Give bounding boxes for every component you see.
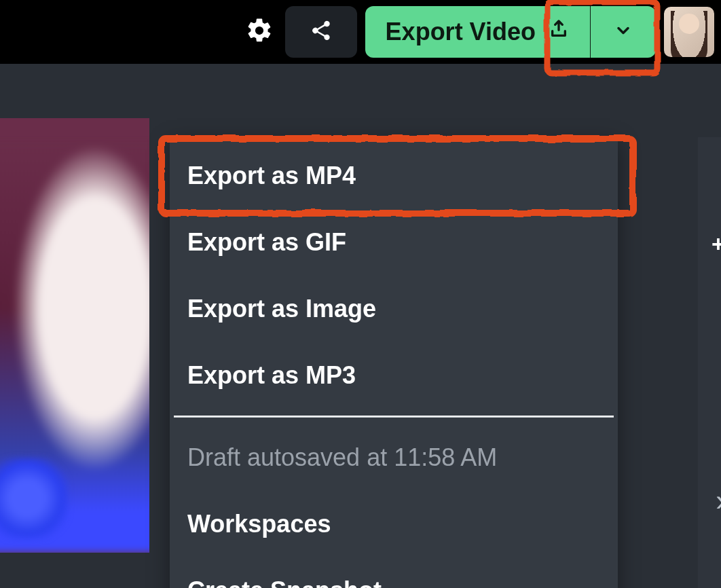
export-dropdown-menu: Export as MP4 Export as GIF Export as Im… [170,136,618,588]
export-video-button[interactable]: Export Video [365,6,591,58]
video-preview [0,118,149,553]
user-avatar[interactable] [664,7,714,57]
export-icon [548,18,570,46]
right-panel-edge: + › [698,137,721,588]
share-button[interactable] [285,6,357,58]
export-button-group: Export Video [365,6,656,58]
share-icon [310,19,333,45]
gear-icon [245,16,274,48]
export-dropdown-toggle[interactable] [591,6,656,58]
settings-button[interactable] [242,14,277,50]
export-label: Export Video [386,18,536,46]
topbar: Export Video [0,0,721,64]
menu-export-image[interactable]: Export as Image [170,276,618,342]
menu-workspaces[interactable]: Workspaces [170,491,618,557]
menu-export-gif[interactable]: Export as GIF [170,209,618,276]
chevron-down-icon [614,21,633,43]
menu-create-snapshot[interactable]: Create Snapshot [170,557,618,588]
menu-export-mp3[interactable]: Export as MP3 [170,342,618,409]
main-area: + › BACKGROUND COLOR Export as MP4 Expor… [0,64,721,588]
menu-separator [174,416,614,418]
menu-autosave-status: Draft autosaved at 11:58 AM [170,424,618,491]
menu-export-mp4[interactable]: Export as MP4 [170,143,618,209]
